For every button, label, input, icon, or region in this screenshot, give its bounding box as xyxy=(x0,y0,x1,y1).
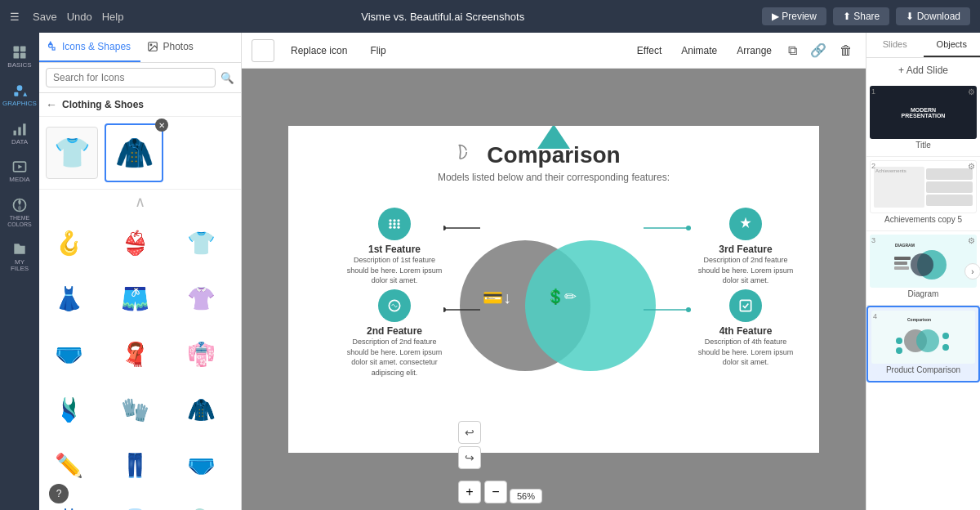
svg-point-25 xyxy=(397,222,399,225)
search-bar: 🔍 xyxy=(39,63,241,93)
tab-icons-shapes[interactable]: Icons & Shapes xyxy=(39,33,140,62)
list-item[interactable]: 🧣 xyxy=(109,329,161,381)
svg-point-36 xyxy=(686,226,691,230)
svg-rect-1 xyxy=(20,47,26,52)
svg-point-38 xyxy=(686,307,691,312)
effect-button[interactable]: Effect xyxy=(630,42,668,60)
duplicate-button[interactable]: ⧉ xyxy=(785,40,800,61)
download-button[interactable]: ⬇ Download xyxy=(896,7,970,25)
svg-rect-2 xyxy=(14,53,20,59)
slide-thumb-img-1: MODERNPRESENTATION xyxy=(870,86,977,139)
feature-3: 3rd Feature Description of 2nd feature s… xyxy=(697,208,795,286)
list-item[interactable]: 👙 xyxy=(109,217,161,270)
canvas-toolbar: Replace icon Flip Effect Animate Arrange… xyxy=(242,33,866,69)
add-slide-button[interactable]: + Add Slide xyxy=(866,58,980,83)
list-item[interactable]: 🩳 xyxy=(109,273,161,325)
list-item[interactable]: 🧥 xyxy=(175,384,227,436)
share-button[interactable]: ⬆ Share xyxy=(833,7,889,25)
svg-point-22 xyxy=(397,219,399,221)
link-button[interactable]: 🔗 xyxy=(807,39,830,61)
selected-thumb-2[interactable]: 🧥 ✕ xyxy=(105,123,163,182)
color-swatch[interactable] xyxy=(252,39,274,62)
list-item[interactable]: 👖 xyxy=(109,440,161,492)
tab-photos[interactable]: Photos xyxy=(140,33,242,62)
tab-slides[interactable]: Slides xyxy=(866,33,924,57)
list-item[interactable]: 👚 xyxy=(175,273,227,325)
list-item[interactable]: 🪝 xyxy=(42,217,95,270)
list-item[interactable]: 🩲 xyxy=(42,329,95,381)
list-item[interactable]: 🩴 xyxy=(175,495,227,510)
svg-text:Comparison: Comparison xyxy=(907,317,931,322)
sidebar-item-data[interactable]: DATA xyxy=(2,116,38,151)
sidebar-item-graphics[interactable]: GRAPHICS xyxy=(2,78,38,113)
close-icon[interactable]: ✕ xyxy=(155,119,168,132)
svg-rect-7 xyxy=(14,130,16,135)
slide-number-4: 4 xyxy=(873,312,877,320)
topbar: ☰ Save Undo Help Visme vs. Beautiful.ai … xyxy=(0,0,980,33)
svg-point-17 xyxy=(150,44,152,46)
save-button[interactable]: Save xyxy=(33,11,57,23)
list-item[interactable]: ✏️ xyxy=(42,440,95,492)
flip-button[interactable]: Flip xyxy=(363,42,392,60)
svg-rect-42 xyxy=(894,257,911,260)
animate-button[interactable]: Animate xyxy=(675,42,724,60)
list-item[interactable]: 👗 xyxy=(42,273,95,325)
slide-thumb-img-4: Comparison xyxy=(871,311,975,364)
canvas-controls: ↩ ↪ xyxy=(458,421,481,469)
svg-point-24 xyxy=(393,222,395,225)
slide-thumb-2[interactable]: 2 ⚙ Achievements Achievements copy 5 xyxy=(866,157,980,231)
delete-button[interactable]: 🗑 xyxy=(836,40,856,61)
category-header: ← Clothing & Shoes xyxy=(39,93,241,117)
tab-objects[interactable]: Objects xyxy=(924,33,981,57)
icon-grid-container: 🪝 👙 👕 👗 🩳 👚 🩲 🧣 👘 🩱 🧤 🧥 ✏️ 👖 🩲 xyxy=(39,214,241,510)
undo-button[interactable]: Undo xyxy=(67,11,92,23)
sidebar-item-basics[interactable]: BASICS xyxy=(2,39,38,74)
zoom-plus-button[interactable]: + xyxy=(458,481,481,503)
list-item[interactable]: 👕 xyxy=(175,217,227,270)
connector-right-top xyxy=(644,224,693,232)
list-item[interactable]: 🩱 xyxy=(42,384,95,436)
zoom-minus-button[interactable]: − xyxy=(484,481,507,503)
sidebar-item-media[interactable]: MEDIA xyxy=(2,154,38,189)
preview-button[interactable]: ▶ Preview xyxy=(762,7,826,25)
svg-point-50 xyxy=(942,333,949,339)
help-circle-button[interactable]: ? xyxy=(49,484,69,503)
category-back-button[interactable]: ← xyxy=(46,98,57,111)
slide-label-4: Product Comparison xyxy=(871,364,975,378)
list-item[interactable]: 👔 xyxy=(109,495,161,510)
selected-thumb-1[interactable]: 👕 xyxy=(46,127,98,179)
slide-thumb-1[interactable]: 1 ⚙ MODERNPRESENTATION Title xyxy=(866,83,980,157)
arrange-button[interactable]: Arrange xyxy=(730,42,778,60)
canvas-viewport[interactable]: Comparison Models listed below and their… xyxy=(242,69,866,510)
search-input[interactable] xyxy=(46,68,216,87)
sidebar-item-my-files[interactable]: MY FILES xyxy=(2,236,38,279)
menu-button[interactable]: ☰ xyxy=(10,11,20,23)
list-item[interactable]: 🩲 xyxy=(175,440,227,492)
sidebar-item-data-label: DATA xyxy=(11,139,28,146)
list-item[interactable]: 🧤 xyxy=(109,384,161,436)
list-item[interactable]: 👘 xyxy=(175,329,227,381)
svg-point-31 xyxy=(443,226,446,230)
feature-3-icon xyxy=(729,208,762,240)
svg-rect-9 xyxy=(23,123,25,135)
replace-icon-button[interactable]: Replace icon xyxy=(284,42,354,60)
icon-panel: Icons & Shapes Photos 🔍 ← Clothing & Sho… xyxy=(39,33,242,510)
slide-thumb-3[interactable]: 3 ⚙ DIAGRAM Diagram xyxy=(866,231,980,306)
search-button[interactable]: 🔍 xyxy=(220,72,234,84)
svg-point-33 xyxy=(443,307,446,312)
undo-canvas-button[interactable]: ↩ xyxy=(458,421,481,444)
svg-rect-43 xyxy=(894,262,907,265)
help-button[interactable]: Help xyxy=(102,11,124,23)
svg-rect-34 xyxy=(740,300,751,311)
expand-panel-button[interactable]: › xyxy=(964,263,980,280)
svg-text:DIAGRAM: DIAGRAM xyxy=(895,243,915,248)
feature-1-icon xyxy=(378,208,411,240)
sidebar-item-theme-colors[interactable]: THEME COLORS xyxy=(2,192,38,232)
slide-thumb-4[interactable]: 4 Comparison Product Comparison xyxy=(866,306,980,382)
feature-1-label: 1st Feature xyxy=(345,244,443,255)
slide-settings-icon-1[interactable]: ⚙ xyxy=(968,87,975,96)
slide-settings-icon-3[interactable]: ⚙ xyxy=(968,236,975,245)
slide-settings-icon-2[interactable]: ⚙ xyxy=(968,162,975,171)
redo-canvas-button[interactable]: ↪ xyxy=(458,446,481,469)
feature-2-desc: Description of 2nd feature should be her… xyxy=(345,337,443,378)
